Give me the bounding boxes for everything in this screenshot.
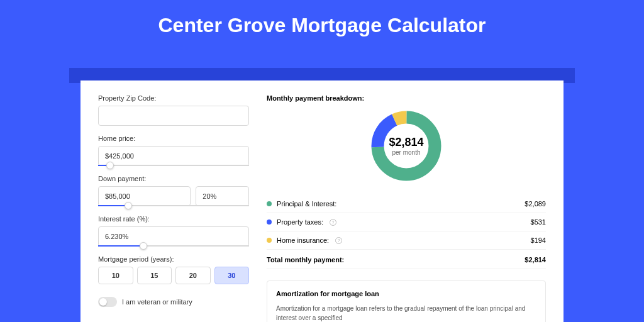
total-value: $2,814 bbox=[525, 256, 546, 264]
info-icon[interactable]: ? bbox=[330, 219, 336, 226]
line-value: $194 bbox=[531, 236, 546, 244]
home-price-slider[interactable] bbox=[98, 165, 249, 166]
home-price-label: Home price: bbox=[98, 135, 249, 142]
breakdown-title: Monthly payment breakdown: bbox=[267, 94, 546, 102]
interest-rate-input[interactable] bbox=[98, 226, 249, 247]
home-price-input[interactable] bbox=[98, 146, 249, 166]
dot-green bbox=[267, 201, 272, 206]
home-price-field-group: Home price: bbox=[98, 135, 249, 166]
calculator-card: Property Zip Code: Home price: Down paym… bbox=[80, 80, 564, 322]
interest-rate-field-group: Interest rate (%): bbox=[98, 215, 249, 247]
period-20-button[interactable]: 20 bbox=[175, 267, 211, 284]
line-taxes: Property taxes: ? $531 bbox=[267, 213, 546, 231]
line-value: $2,089 bbox=[525, 200, 546, 208]
period-30-button[interactable]: 30 bbox=[214, 267, 250, 284]
info-icon[interactable]: ? bbox=[335, 237, 342, 244]
down-payment-input[interactable] bbox=[98, 186, 191, 206]
breakdown-panel: Monthly payment breakdown: $2,814 per mo… bbox=[267, 94, 546, 322]
slider-thumb[interactable] bbox=[140, 242, 147, 250]
zip-field-group: Property Zip Code: bbox=[98, 94, 249, 126]
veteran-toggle-row: I am veteran or military bbox=[98, 297, 249, 307]
donut-center: $2,814 per month bbox=[389, 136, 423, 156]
input-panel: Property Zip Code: Home price: Down paym… bbox=[98, 94, 249, 322]
zip-input[interactable] bbox=[98, 106, 249, 126]
dot-yellow bbox=[267, 238, 272, 243]
dot-blue bbox=[267, 219, 272, 225]
down-payment-pct-input[interactable] bbox=[196, 186, 249, 206]
down-payment-label: Down payment: bbox=[98, 175, 249, 182]
down-payment-field-group: Down payment: bbox=[98, 175, 249, 206]
period-label: Mortgage period (years): bbox=[98, 255, 249, 263]
line-principal: Principal & Interest: $2,089 bbox=[267, 195, 546, 213]
zip-label: Property Zip Code: bbox=[98, 94, 249, 102]
line-label: Principal & Interest: bbox=[277, 200, 336, 208]
donut-sublabel: per month bbox=[389, 149, 423, 156]
period-10-button[interactable]: 10 bbox=[98, 267, 133, 284]
page-title: Center Grove Mortgage Calculator bbox=[0, 0, 644, 47]
amortization-title: Amortization for mortgage loan bbox=[276, 290, 536, 297]
veteran-label: I am veteran or military bbox=[122, 298, 192, 306]
line-label: Home insurance: bbox=[277, 236, 329, 244]
veteran-toggle[interactable] bbox=[98, 297, 117, 307]
line-value: $531 bbox=[531, 218, 546, 226]
donut-amount: $2,814 bbox=[389, 136, 423, 149]
period-buttons: 10 15 20 30 bbox=[98, 267, 249, 284]
amortization-box: Amortization for mortgage loan Amortizat… bbox=[267, 280, 546, 322]
period-field-group: Mortgage period (years): 10 15 20 30 bbox=[98, 255, 249, 284]
down-payment-slider[interactable] bbox=[98, 205, 249, 206]
slider-thumb[interactable] bbox=[125, 202, 132, 209]
interest-rate-label: Interest rate (%): bbox=[98, 215, 249, 223]
line-insurance: Home insurance: ? $194 bbox=[267, 231, 546, 250]
amortization-text: Amortization for a mortgage loan refers … bbox=[276, 304, 536, 322]
total-label: Total monthly payment: bbox=[267, 256, 344, 264]
slider-thumb[interactable] bbox=[106, 162, 114, 169]
interest-rate-slider[interactable] bbox=[98, 245, 249, 247]
donut-chart: $2,814 per month bbox=[267, 108, 546, 184]
line-total: Total monthly payment: $2,814 bbox=[267, 250, 546, 269]
line-label: Property taxes: bbox=[277, 218, 323, 226]
period-15-button[interactable]: 15 bbox=[137, 267, 172, 284]
